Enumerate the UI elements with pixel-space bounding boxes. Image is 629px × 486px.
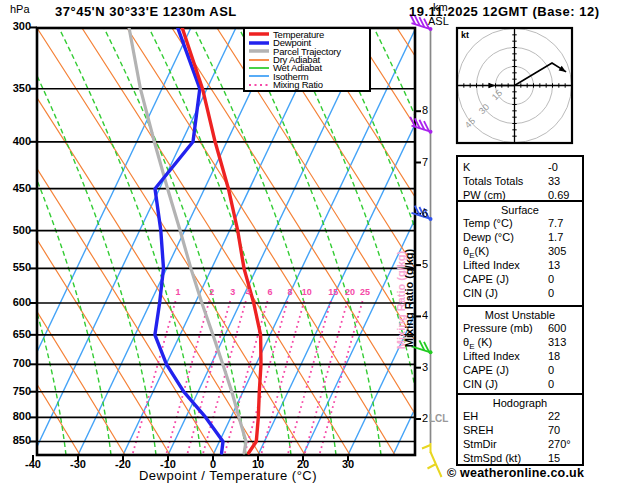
index-name: Totals Totals (463, 174, 523, 188)
index-value: 33 (548, 174, 560, 188)
run-date-label: 19.11.2025 12GMT (Base: 12) (409, 4, 600, 19)
mixing-ratio-axis-label: Mixing Ratio (g/kg) (403, 208, 415, 388)
mixing-ratio-label: 1 (175, 287, 180, 297)
km-tick-label: 5 (422, 258, 428, 270)
km-tick-label: 8 (422, 104, 428, 116)
mixing-ratio-label: 8 (287, 287, 292, 297)
indices-section-header: Hodograph (458, 397, 582, 409)
temp-tick-label: 30 (342, 458, 354, 470)
pressure-tick-label: 700 (5, 357, 31, 369)
pressure-tick-label: 650 (5, 328, 31, 340)
index-value: 1.7 (548, 230, 563, 244)
indices-row: θE (K)313 (458, 335, 582, 349)
pressure-tick-label: 750 (5, 385, 31, 397)
indices-row: Lifted Index18 (458, 349, 582, 363)
legend-item: Mixing Ratio (245, 81, 369, 89)
index-name: SREH (463, 423, 494, 437)
page-title: 37°45'N 30°33'E 1230m ASL (55, 4, 237, 19)
indices-row: CAPE (J)0 (458, 272, 582, 286)
legend-line-sample (248, 72, 269, 80)
legend: TemperatureDewpointParcel TrajectoryDry … (243, 27, 371, 92)
mixing-ratio-label: 20 (345, 287, 355, 297)
index-value: 7.7 (548, 216, 563, 230)
km-tick-label: 6 (422, 207, 428, 219)
index-value: 0 (548, 377, 554, 391)
index-value: 305 (548, 244, 566, 258)
indices-row: Pressure (mb)600 (458, 321, 582, 335)
index-name: Lifted Index (463, 258, 520, 272)
indices-row: SREH70 (458, 423, 582, 437)
lcl-marker-label: LCL (429, 413, 448, 424)
indices-row: EH22 (458, 409, 582, 423)
legend-line-sample (248, 30, 269, 38)
pressure-tick-label: 350 (5, 82, 31, 94)
index-value: 313 (548, 335, 566, 349)
indices-section-header: Surface (458, 204, 582, 216)
temp-tick-label: -30 (70, 458, 86, 470)
legend-line-sample (248, 39, 269, 47)
index-value: 22 (548, 409, 560, 423)
watermark: © weatheronline.co.uk (447, 466, 584, 480)
indices-row: K-0 (458, 160, 582, 174)
km-tick-label: 7 (422, 156, 428, 168)
index-value: 0 (548, 363, 554, 377)
km-tick-label: 4 (422, 309, 428, 321)
mixing-ratio-label: 2 (209, 287, 214, 297)
pressure-tick-label: 450 (5, 182, 31, 194)
index-name: CIN (J) (463, 286, 498, 300)
index-name: EH (463, 409, 478, 423)
legend-line-sample (248, 81, 269, 89)
indices-row: CIN (J)0 (458, 377, 582, 391)
pressure-tick-label: 300 (5, 20, 31, 32)
index-name: Lifted Index (463, 349, 520, 363)
index-value: 0 (548, 272, 554, 286)
pressure-tick-label: 600 (5, 296, 31, 308)
index-name: K (463, 160, 470, 174)
indices-section: HodographEH22SREH70StmDir270°StmSpd (kt)… (456, 393, 584, 466)
index-name: StmDir (463, 437, 497, 451)
index-value: 70 (548, 423, 560, 437)
index-value: 270° (548, 437, 571, 451)
indices-section-header: Most Unstable (458, 309, 582, 321)
indices-row: Dewp (°C)1.7 (458, 230, 582, 244)
index-value: 15 (548, 451, 560, 465)
mixing-ratio-label: 3 (230, 287, 235, 297)
pressure-unit-label: hPa (10, 3, 30, 15)
indices-row: Temp (°C)7.7 (458, 216, 582, 230)
indices-section: Most UnstablePressure (mb)600θE (K)313Li… (456, 305, 584, 395)
index-name: CAPE (J) (463, 272, 509, 286)
indices-row: CAPE (J)0 (458, 363, 582, 377)
index-value: 600 (548, 321, 566, 335)
index-name: StmSpd (kt) (463, 451, 521, 465)
km-tick-label: 2 (422, 412, 428, 424)
indices-row: Totals Totals33 (458, 174, 582, 188)
legend-line-sample (248, 47, 269, 55)
mixing-ratio-label: 10 (302, 287, 312, 297)
legend-line-sample (248, 64, 269, 72)
indices-row: CIN (J)0 (458, 286, 582, 300)
legend-item-label: Mixing Ratio (273, 79, 323, 90)
indices-row: StmSpd (kt)15 (458, 451, 582, 465)
legend-line-sample (248, 56, 269, 64)
pressure-tick-label: 800 (5, 410, 31, 422)
mixing-ratio-label: 15 (328, 287, 338, 297)
index-name: Pressure (mb) (463, 321, 533, 335)
index-name: Temp (°C) (463, 216, 513, 230)
pressure-tick-label: 500 (5, 224, 31, 236)
mixing-ratio-label: 25 (360, 287, 370, 297)
index-value: 13 (548, 258, 560, 272)
index-name: CAPE (J) (463, 363, 509, 377)
skewt-sounding-page: hPa 37°45'N 30°33'E 1230m ASL km ASL 19.… (0, 0, 629, 486)
indices-row: θE(K)305 (458, 244, 582, 258)
index-name: Dewp (°C) (463, 230, 514, 244)
temp-tick-label: -20 (115, 458, 131, 470)
indices-row: StmDir270° (458, 437, 582, 451)
indices-row: Lifted Index13 (458, 258, 582, 272)
index-value: 18 (548, 349, 560, 363)
index-value: -0 (548, 160, 558, 174)
indices-section: SurfaceTemp (°C)7.7Dewp (°C)1.7θE(K)305L… (456, 200, 584, 307)
x-axis-title: Dewpoint / Temperature (°C) (139, 468, 317, 483)
pressure-tick-label: 400 (5, 135, 31, 147)
mixing-ratio-label: 4 (246, 287, 251, 297)
pressure-tick-label: 850 (5, 434, 31, 446)
